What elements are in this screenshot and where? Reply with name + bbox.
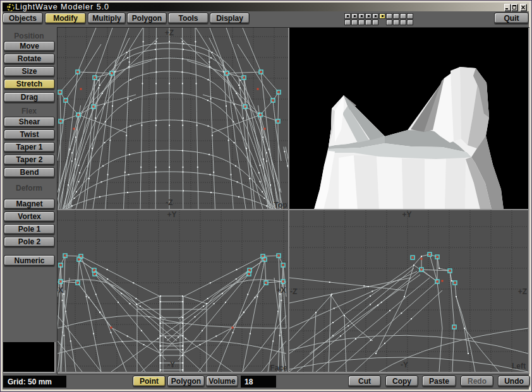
svg-text:+Y: +Y — [402, 210, 411, 219]
svg-text:Left: Left — [512, 362, 526, 371]
svg-text:-Y: -Y — [401, 360, 408, 369]
svg-text:+Z: +Z — [518, 287, 527, 296]
svg-text:-Z: -Z — [290, 287, 297, 296]
